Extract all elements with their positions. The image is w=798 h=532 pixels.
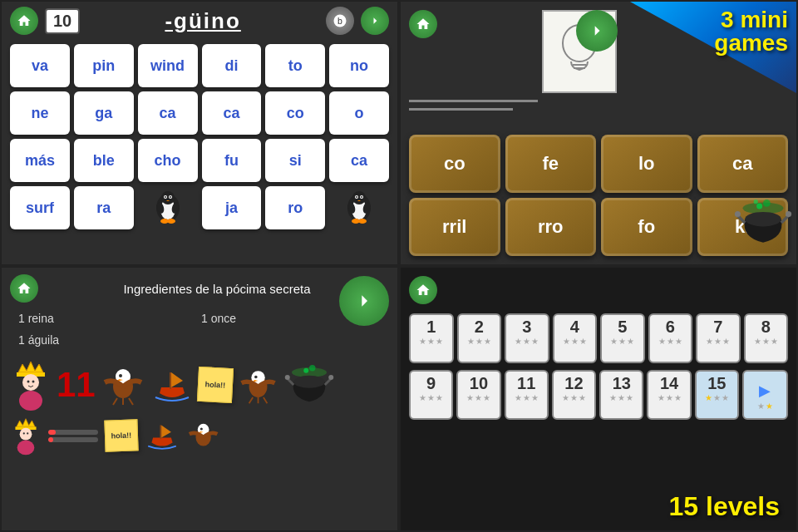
star-icon: ★ <box>627 337 634 346</box>
next-button-tl[interactable] <box>361 7 389 35</box>
syllable-tile[interactable]: ca <box>697 135 789 193</box>
star-icon: ★ <box>419 337 426 346</box>
star-icon: ★ <box>626 393 633 402</box>
word-tile[interactable]: va <box>10 44 70 87</box>
syllable-tile[interactable]: lo <box>601 135 692 193</box>
syllable-tile[interactable]: fe <box>505 135 597 193</box>
level-tile[interactable]: 9★★★ <box>409 370 453 420</box>
word-tile[interactable]: ne <box>10 91 70 135</box>
level-tile[interactable]: 10★★★ <box>456 370 500 420</box>
star-icon: ★ <box>570 393 578 402</box>
syllable-grid: cofelocarrilrrofoki <box>409 135 788 256</box>
level-tile[interactable]: 11★★★ <box>505 370 549 420</box>
word-tile[interactable]: ca <box>138 91 198 135</box>
level-number: 11 <box>517 375 535 392</box>
word-tile[interactable]: ca <box>202 91 262 135</box>
star-icon: ★ <box>675 337 682 346</box>
star-icon: ★ <box>618 393 625 402</box>
star-icon: ★ <box>618 337 626 346</box>
word-tile[interactable]: si <box>265 139 325 182</box>
word-tile[interactable]: wind <box>138 44 198 87</box>
levels-container: 1★★★2★★★3★★★4★★★5★★★6★★★7★★★8★★★ 9★★★10★… <box>409 313 788 420</box>
level-number: 8 <box>761 318 771 335</box>
stars-row: ★★★ <box>705 393 729 402</box>
cauldron-bl <box>284 360 334 410</box>
svg-point-54 <box>284 375 289 380</box>
word-tile[interactable]: ra <box>74 186 134 229</box>
level-tile[interactable]: 15★★★ <box>695 370 739 420</box>
word-tile[interactable]: ga <box>74 91 134 135</box>
stars-row: ★★★ <box>419 337 443 346</box>
syllable-tile[interactable]: rril <box>409 198 500 256</box>
stars-row: ★★★ <box>610 337 634 346</box>
star-icon: ★ <box>579 393 586 402</box>
home-button-tr[interactable] <box>409 10 437 38</box>
sound-button[interactable]: b <box>326 7 354 35</box>
syllable-tile[interactable]: fo <box>601 198 692 256</box>
level-tile[interactable]: 1★★★ <box>409 313 454 363</box>
word-tile[interactable]: no <box>329 44 389 87</box>
star-icon: ★ <box>771 337 778 346</box>
word-tile[interactable]: ro <box>265 186 325 229</box>
word-tile[interactable]: surf <box>10 186 70 229</box>
word-tile[interactable]: to <box>265 44 325 87</box>
level-tile[interactable]: 12★★★ <box>552 370 596 420</box>
level-tile[interactable]: 6★★★ <box>648 313 693 363</box>
word-tile[interactable]: pin <box>74 44 134 87</box>
star-icon: ★ <box>436 337 443 346</box>
home-icon-bl <box>17 281 32 296</box>
stars-row: ★★★ <box>562 393 586 402</box>
home-button-br[interactable] <box>409 276 437 304</box>
word-tile-grid: vapinwindditononegacacacoomásblechofusic… <box>2 40 397 234</box>
next-button-tr[interactable] <box>576 10 618 52</box>
word-tile[interactable] <box>138 186 198 229</box>
syllable-tile[interactable]: co <box>409 135 500 193</box>
word-tile[interactable]: ca <box>329 139 389 182</box>
word-tile[interactable]: más <box>10 139 70 182</box>
svg-marker-58 <box>17 419 35 427</box>
star-icon: ★ <box>531 337 539 346</box>
level-tile[interactable]: 5★★★ <box>600 313 645 363</box>
stars-row: ★★★ <box>515 337 539 346</box>
home-button-tl[interactable] <box>10 7 38 35</box>
banner-line1: 3 mini <box>714 8 788 32</box>
banner-line2: games <box>714 32 788 55</box>
svg-point-39 <box>19 391 42 411</box>
level-number: 3 <box>522 318 531 335</box>
levels-grid-row1: 1★★★2★★★3★★★4★★★5★★★6★★★7★★★8★★★ <box>409 313 788 363</box>
word-tile[interactable]: ble <box>74 139 134 182</box>
sound-icon: b <box>332 13 347 28</box>
star-icon: ★ <box>467 337 475 346</box>
word-tile[interactable]: cho <box>138 139 198 182</box>
blank-line-2 <box>409 108 513 111</box>
word-tile[interactable]: fu <box>202 139 262 182</box>
level-tile[interactable]: 3★★★ <box>505 313 549 363</box>
levels-footer: 15 levels <box>409 491 788 522</box>
svg-point-12 <box>167 219 175 224</box>
level-tile[interactable]: 14★★★ <box>647 370 691 420</box>
level-number: 9 <box>426 375 436 392</box>
word-tile[interactable]: co <box>265 91 325 135</box>
arrow-right-icon-tl <box>367 13 382 28</box>
recipe-title-text: Ingredientes de la pócima secreta <box>45 282 389 296</box>
level-tile[interactable]: 7★★★ <box>696 313 741 363</box>
level-tile[interactable]: 13★★★ <box>599 370 643 420</box>
level-number: 6 <box>666 318 675 335</box>
level-tile[interactable]: 8★★★ <box>744 313 789 363</box>
word-tile[interactable] <box>329 186 389 229</box>
svg-point-19 <box>361 196 362 198</box>
level-tile[interactable]: 2★★★ <box>457 313 502 363</box>
next-button-bl[interactable] <box>339 276 389 326</box>
special-arrow-tile[interactable]: ▶ ★ ★ <box>742 370 788 420</box>
word-tile[interactable]: ja <box>202 186 262 229</box>
level-tile[interactable]: 4★★★ <box>553 313 598 363</box>
svg-point-62 <box>23 432 25 434</box>
boat-icon <box>151 364 193 406</box>
star-icon: ★ <box>713 393 721 402</box>
word-tile[interactable]: di <box>202 44 262 87</box>
home-button-bl[interactable] <box>10 274 38 303</box>
boat-icon-2 <box>145 418 180 453</box>
word-tile[interactable]: o <box>329 91 389 135</box>
syllable-tile[interactable]: rro <box>505 198 597 256</box>
star-icon: ★ <box>515 337 522 346</box>
